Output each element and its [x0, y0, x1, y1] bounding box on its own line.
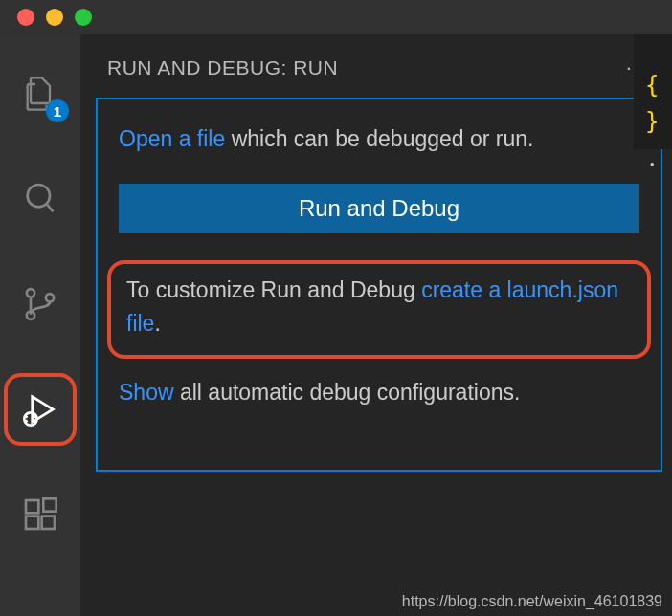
editor-brace: { } [645, 67, 672, 141]
svg-rect-14 [43, 498, 56, 511]
search-icon [21, 180, 59, 218]
activity-bar: 1 [0, 34, 80, 616]
show-text: all automatic debug configurations. [174, 380, 521, 405]
customize-text-prefix: To customize Run and Debug [126, 277, 421, 302]
customize-text-suffix: . [154, 311, 160, 336]
explorer-badge: 1 [46, 99, 69, 122]
play-bug-icon [21, 390, 59, 429]
editor-continuation: . [645, 141, 672, 177]
svg-line-10 [34, 421, 36, 423]
svg-line-8 [24, 421, 27, 423]
svg-line-7 [24, 416, 27, 418]
svg-point-4 [46, 294, 54, 301]
svg-rect-12 [26, 517, 38, 529]
branch-icon [21, 285, 59, 323]
svg-point-0 [28, 185, 50, 207]
activity-search[interactable] [8, 166, 73, 231]
run-debug-sidebar: RUN AND DEBUG: RUN ··· Open a file which… [80, 34, 672, 616]
run-and-debug-button[interactable]: Run and Debug [119, 184, 639, 233]
sidebar-title: RUN AND DEBUG: RUN [107, 56, 338, 79]
maximize-window-button[interactable] [75, 9, 92, 26]
open-file-link[interactable]: Open a file [119, 126, 225, 151]
svg-marker-5 [33, 397, 54, 423]
extensions-icon [21, 495, 59, 534]
svg-rect-13 [42, 517, 55, 529]
activity-extensions[interactable] [8, 482, 73, 547]
open-file-prompt: Open a file which can be debugged or run… [119, 122, 639, 157]
show-configs-prompt: Show all automatic debug configurations. [119, 376, 639, 410]
activity-explorer[interactable]: 1 [8, 61, 73, 126]
minimize-window-button[interactable] [46, 9, 63, 26]
svg-line-1 [47, 204, 54, 211]
run-debug-panel: Open a file which can be debugged or run… [96, 98, 662, 472]
svg-line-9 [34, 416, 36, 418]
activity-run-debug[interactable] [8, 377, 73, 442]
svg-rect-11 [26, 500, 38, 513]
editor-peek: { } . [634, 34, 672, 149]
watermark-text: https://blog.csdn.net/weixin_46101839 [402, 593, 662, 610]
close-window-button[interactable] [17, 9, 34, 26]
show-link[interactable]: Show [119, 380, 174, 405]
activity-source-control[interactable] [8, 272, 73, 337]
sidebar-header: RUN AND DEBUG: RUN ··· [80, 34, 672, 98]
window-titlebar [0, 0, 672, 34]
svg-point-2 [27, 289, 34, 297]
create-launch-highlight: To customize Run and Debug create a laun… [107, 260, 651, 359]
open-file-text: which can be debugged or run. [225, 126, 533, 151]
